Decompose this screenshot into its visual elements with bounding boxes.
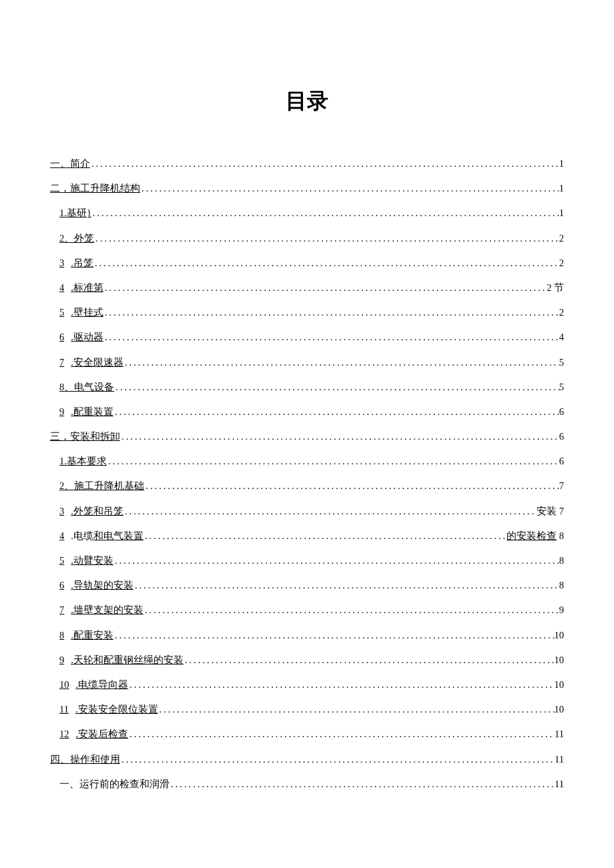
toc-leader-dots bbox=[158, 702, 555, 717]
toc-entry-page: 7 bbox=[559, 478, 564, 494]
toc-entry-number: 6 bbox=[59, 578, 64, 593]
toc-entry[interactable]: 4.标准第2 节 bbox=[59, 280, 564, 296]
toc-entry-page: 4 bbox=[559, 330, 564, 345]
toc-entry-label: .天轮和配重钢丝绳的安装 bbox=[71, 653, 184, 668]
toc-entry-label: .吊笼 bbox=[71, 256, 93, 271]
toc-entry-label: .驱动器 bbox=[71, 330, 103, 345]
toc-entry[interactable]: 11.安装安全限位装置10 bbox=[59, 702, 564, 717]
toc-leader-dots bbox=[133, 578, 559, 593]
toc-entry-label: .电缆导向器 bbox=[76, 677, 129, 693]
toc-entry-number: 11 bbox=[59, 702, 69, 717]
toc-entry-page: 6 bbox=[559, 404, 564, 420]
toc-entry-number: 10 bbox=[59, 677, 69, 693]
toc-entry-label: 三，安装和拆卸 bbox=[50, 429, 120, 444]
toc-entry-page: 1 bbox=[559, 181, 564, 196]
toc-leader-dots bbox=[140, 181, 559, 196]
toc-entry[interactable]: 8.配重安装10 bbox=[59, 628, 564, 643]
toc-entry-page: 2 bbox=[559, 256, 564, 271]
toc-entry-label: 2、外笼 bbox=[59, 231, 94, 246]
toc-leader-dots bbox=[128, 677, 554, 693]
toc-entry-number: 4 bbox=[59, 528, 64, 544]
toc-entry-label: .导轨架的安装 bbox=[71, 578, 133, 593]
toc-entry-page: 6 bbox=[559, 429, 564, 444]
toc-entry-page: 安装 7 bbox=[537, 504, 564, 519]
toc-leader-dots bbox=[103, 305, 559, 320]
toc-entry[interactable]: 8、电气设备5 bbox=[59, 380, 564, 395]
toc-entry-label: 一、简介 bbox=[50, 156, 90, 171]
toc-entry-label: .壁挂式 bbox=[71, 305, 103, 320]
toc-entry[interactable]: 5.壁挂式2 bbox=[59, 305, 564, 320]
toc-leader-dots bbox=[120, 429, 559, 444]
toc-entry-label: 1.基研} bbox=[59, 205, 91, 221]
toc-entry[interactable]: 2、施工升降机基础7 bbox=[59, 478, 564, 494]
toc-entry-page: 11 bbox=[555, 727, 564, 742]
toc-entry[interactable]: 3.外笼和吊笼安装 7 bbox=[59, 504, 564, 519]
toc-entry-label: .安装后检查 bbox=[76, 727, 129, 742]
toc-entry-page: 2 bbox=[559, 231, 564, 246]
toc-leader-dots bbox=[123, 504, 537, 519]
toc-entry-page: 5 bbox=[559, 355, 564, 370]
toc-entry[interactable]: 5.动臂安装8 bbox=[59, 553, 564, 568]
toc-leader-dots bbox=[93, 256, 559, 271]
toc-leader-dots bbox=[123, 355, 559, 370]
toc-entry[interactable]: 7.墙壁支架的安装9 bbox=[59, 602, 564, 618]
toc-entry-label: .动臂安装 bbox=[71, 553, 113, 568]
toc-leader-dots bbox=[113, 553, 559, 568]
toc-entry-page: 1 bbox=[559, 156, 564, 171]
toc-leader-dots bbox=[113, 628, 555, 643]
toc-entry-page: 10 bbox=[555, 702, 565, 717]
toc-entry-label: 一、运行前的检查和润滑 bbox=[59, 777, 170, 792]
toc-entry-number: 9 bbox=[59, 404, 64, 420]
toc-leader-dots bbox=[94, 231, 559, 246]
toc-entry[interactable]: 7.安全限速器5 bbox=[59, 355, 564, 370]
toc-entry[interactable]: 9.配重装置6 bbox=[59, 404, 564, 420]
toc-entry[interactable]: 三，安装和拆卸6 bbox=[50, 429, 564, 444]
toc-entry[interactable]: 二，施工升降机结构1 bbox=[50, 181, 564, 196]
toc-entry[interactable]: 一、简介1 bbox=[50, 156, 564, 171]
toc-leader-dots bbox=[170, 777, 555, 792]
toc-leader-dots bbox=[103, 330, 559, 345]
toc-entry-page: 11 bbox=[555, 777, 564, 792]
toc-entry-label: 8、电气设备 bbox=[59, 380, 114, 395]
toc-leader-dots bbox=[90, 156, 559, 171]
toc-entry-page: 10 bbox=[555, 628, 565, 643]
toc-entry[interactable]: 四、操作和使用11 bbox=[50, 752, 564, 767]
toc-entry[interactable]: 1.基研}1 bbox=[59, 205, 564, 221]
page-title: 目录 bbox=[50, 87, 564, 116]
toc-entry[interactable]: 12.安装后检查11 bbox=[59, 727, 564, 742]
toc-entry-page: 11 bbox=[555, 752, 564, 767]
toc-entry-page: 5 bbox=[559, 380, 564, 395]
toc-leader-dots bbox=[107, 454, 559, 469]
toc-entry-number: 5 bbox=[59, 553, 64, 568]
toc-leader-dots bbox=[144, 478, 559, 494]
toc-leader-dots bbox=[120, 752, 555, 767]
toc-leader-dots bbox=[128, 727, 555, 742]
toc-entry[interactable]: 一、运行前的检查和润滑11 bbox=[59, 777, 564, 792]
toc-entry-label: 2、施工升降机基础 bbox=[59, 478, 144, 494]
toc-entry-page: 8 bbox=[559, 578, 564, 593]
toc-entry-number: 9 bbox=[59, 653, 64, 668]
toc-entry[interactable]: 3.吊笼2 bbox=[59, 256, 564, 271]
toc-entry[interactable]: 9.天轮和配重钢丝绳的安装10 bbox=[59, 653, 564, 668]
toc-leader-dots bbox=[103, 280, 547, 296]
toc-leader-dots bbox=[114, 380, 559, 395]
toc-entry[interactable]: 2、外笼2 bbox=[59, 231, 564, 246]
toc-entry-number: 6 bbox=[59, 330, 64, 345]
toc-entry[interactable]: 1.基本要求6 bbox=[59, 454, 564, 469]
toc-leader-dots bbox=[113, 404, 559, 420]
toc-entry-label: .配重装置 bbox=[71, 404, 113, 420]
toc-leader-dots bbox=[184, 653, 555, 668]
toc-entry-number: 7 bbox=[59, 355, 64, 370]
toc-entry-label: .安全限速器 bbox=[71, 355, 123, 370]
toc-entry-label: 和电气装置 bbox=[93, 528, 143, 544]
toc-entry[interactable]: 6.驱动器4 bbox=[59, 330, 564, 345]
toc-entry-page: 10 bbox=[555, 677, 565, 693]
toc-entry-page: 2 bbox=[559, 305, 564, 320]
toc-entry-page: 9 bbox=[559, 602, 564, 618]
toc-entry-number: 5 bbox=[59, 305, 64, 320]
toc-leader-dots bbox=[143, 528, 507, 544]
toc-entry-number: 8 bbox=[59, 628, 64, 643]
toc-entry[interactable]: 4.电缆和电气装置的安装检查 8 bbox=[59, 528, 564, 544]
toc-entry[interactable]: 6.导轨架的安装8 bbox=[59, 578, 564, 593]
toc-entry[interactable]: 10.电缆导向器10 bbox=[59, 677, 564, 693]
